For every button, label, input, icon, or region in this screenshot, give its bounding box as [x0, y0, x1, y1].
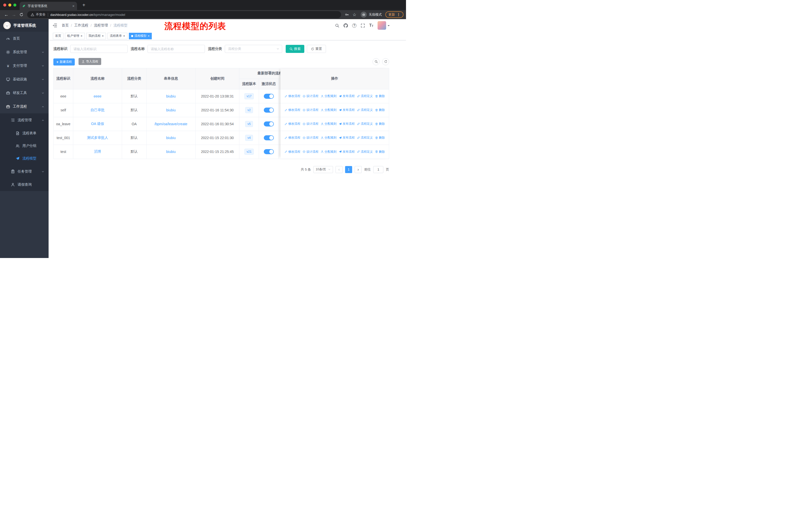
security-chip[interactable]: 不安全 [31, 12, 46, 17]
tag-process-form[interactable]: 流程表单× [108, 33, 127, 39]
prev-page-button[interactable]: ‹ [336, 166, 343, 173]
tab-close-icon[interactable]: × [72, 4, 75, 8]
form-info-link[interactable]: biubiu [166, 136, 175, 140]
close-icon[interactable]: × [102, 34, 104, 37]
process-name-link[interactable]: 滔博 [94, 150, 101, 154]
active-toggle[interactable] [264, 94, 274, 99]
minimize-window-button[interactable] [8, 3, 11, 6]
import-process-button[interactable]: 导入流程 [79, 58, 101, 65]
page-1-button[interactable]: 1 [345, 166, 352, 173]
action-process-definition[interactable]: 流程定义 [357, 94, 373, 98]
form-info-link[interactable]: /bpm/oa/leave/create [154, 122, 187, 126]
active-toggle[interactable] [264, 108, 274, 113]
page-size-select[interactable]: 10条/页 [313, 166, 333, 173]
process-category-select[interactable]: 流程分类 [225, 45, 282, 53]
create-process-button[interactable]: + 新建流程 [53, 58, 75, 65]
password-key-icon[interactable] [343, 11, 351, 19]
maximize-window-button[interactable] [13, 3, 17, 6]
action-delete[interactable]: 删除 [375, 94, 385, 98]
close-window-button[interactable] [3, 3, 6, 6]
action-process-definition[interactable]: 流程定义 [357, 108, 373, 112]
action-process-definition[interactable]: 流程定义 [357, 122, 373, 126]
github-icon[interactable] [344, 23, 348, 28]
action-edit-process[interactable]: 修改流程 [284, 108, 300, 112]
sidebar-item-devtools[interactable]: 研发工具 [0, 86, 49, 100]
goto-page-input[interactable] [373, 166, 383, 173]
process-key-input[interactable] [70, 45, 127, 53]
action-assign-rule[interactable]: 分配规则 [321, 122, 337, 126]
sidebar-item-payment[interactable]: ¥ 支付管理 [0, 59, 49, 73]
process-name-link[interactable]: 自己审批 [91, 108, 105, 112]
process-name-link[interactable]: OA 请假 [91, 122, 104, 126]
tag-home[interactable]: 首页 [53, 33, 63, 39]
action-process-definition[interactable]: 流程定义 [357, 150, 373, 154]
action-delete[interactable]: 删除 [375, 136, 385, 140]
sidebar-item-process-form[interactable]: 流程表单 [0, 127, 49, 140]
address-bar[interactable]: 不安全 dashboard.yudao.iocoder.cn/bpm/manag… [27, 11, 341, 18]
action-assign-rule[interactable]: 分配规则 [321, 150, 337, 154]
action-edit-process[interactable]: 修改流程 [284, 94, 300, 98]
action-assign-rule[interactable]: 分配规则 [321, 94, 337, 98]
action-design-process[interactable]: 设计流程 [302, 94, 318, 98]
reset-button[interactable]: 重置 [307, 45, 326, 53]
browser-update-button[interactable]: 更新 ⋮ [385, 11, 404, 18]
breadcrumb-home[interactable]: 首页 [62, 23, 69, 28]
sidebar-item-system[interactable]: 系统管理 [0, 45, 49, 59]
breadcrumb-process-management[interactable]: 流程管理 [94, 23, 108, 28]
forward-button[interactable]: → [10, 11, 18, 19]
action-publish-process[interactable]: 发布流程 [339, 122, 355, 126]
form-info-link[interactable]: biubiu [166, 150, 175, 154]
process-name-link[interactable]: eeee [94, 94, 102, 98]
action-edit-process[interactable]: 修改流程 [284, 136, 300, 140]
help-icon[interactable]: ? [352, 23, 356, 28]
action-delete[interactable]: 删除 [375, 108, 385, 112]
sidebar-item-leave-query[interactable]: 请假查询 [0, 179, 49, 191]
action-design-process[interactable]: 设计流程 [302, 108, 318, 112]
process-name-link[interactable]: 测试多审批人 [87, 136, 108, 140]
sidebar-item-user-group[interactable]: 用户分组 [0, 140, 49, 152]
tag-tenant-management[interactable]: 租户管理× [65, 33, 85, 39]
tag-my-process[interactable]: 我的流程× [86, 33, 106, 39]
close-icon[interactable]: × [148, 34, 150, 37]
close-icon[interactable]: × [123, 34, 125, 37]
action-delete[interactable]: 删除 [375, 122, 385, 126]
process-name-input[interactable] [147, 45, 205, 53]
sidebar-item-process-model[interactable]: 流程模型 [0, 152, 49, 165]
next-page-button[interactable]: › [355, 166, 362, 173]
menu-dots-icon[interactable]: ⋮ [397, 12, 401, 17]
sidebar-item-infrastructure[interactable]: 基础设施 [0, 73, 49, 86]
sidebar-toggle-hamburger-icon[interactable] [52, 23, 57, 28]
active-toggle[interactable] [264, 135, 274, 140]
action-assign-rule[interactable]: 分配规则 [321, 108, 337, 112]
back-button[interactable]: ← [2, 11, 10, 19]
breadcrumb-workflow[interactable]: 工作流程 [74, 23, 88, 28]
active-toggle[interactable] [264, 121, 274, 127]
sidebar-item-home[interactable]: 首页 [0, 32, 49, 45]
toggle-search-button[interactable] [373, 58, 380, 65]
sidebar-item-process-management[interactable]: 流程管理 [0, 113, 49, 127]
action-design-process[interactable]: 设计流程 [302, 150, 318, 154]
active-toggle[interactable] [264, 149, 274, 154]
action-publish-process[interactable]: 发布流程 [339, 136, 355, 140]
action-publish-process[interactable]: 发布流程 [339, 150, 355, 154]
action-process-definition[interactable]: 流程定义 [357, 136, 373, 140]
refresh-table-button[interactable] [382, 58, 389, 65]
fullscreen-icon[interactable] [361, 23, 365, 28]
action-assign-rule[interactable]: 分配规则 [321, 136, 337, 140]
sidebar-item-workflow[interactable]: 工作流程 [0, 100, 49, 113]
action-publish-process[interactable]: 发布流程 [339, 94, 355, 98]
action-edit-process[interactable]: 修改流程 [284, 122, 300, 126]
user-menu[interactable] [378, 21, 389, 30]
search-button[interactable]: 搜索 [286, 45, 304, 53]
new-tab-button[interactable]: + [81, 2, 87, 8]
browser-tab[interactable]: 芋道管理系统 × [20, 2, 77, 10]
close-icon[interactable]: × [81, 34, 83, 37]
app-logo[interactable]: 芋道管理系统 [0, 19, 49, 32]
form-info-link[interactable]: biubiu [166, 108, 175, 112]
form-info-link[interactable]: biubiu [166, 94, 175, 98]
avatar[interactable] [378, 21, 386, 30]
font-size-icon[interactable]: TT [369, 23, 373, 27]
action-publish-process[interactable]: 发布流程 [339, 108, 355, 112]
sidebar-item-task-management[interactable]: 任务管理 [0, 165, 49, 179]
tag-process-model[interactable]: 流程模型× [129, 33, 152, 39]
